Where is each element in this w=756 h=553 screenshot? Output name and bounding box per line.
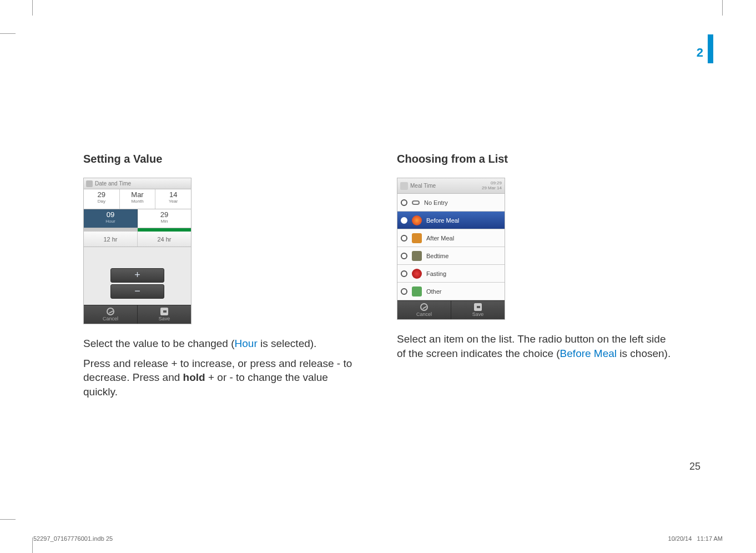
print-time: 11:17 AM [697, 535, 723, 542]
format-12hr[interactable]: 12 hr [84, 232, 138, 247]
crop-mark [32, 537, 33, 553]
heading-choosing-list: Choosing from a List [397, 153, 672, 165]
radio-icon [401, 270, 407, 277]
screenshot-meal-time: Meal Time 09:29 29 Mar 14 No Entry Befor… [397, 178, 505, 320]
minute-cell[interactable]: 29 Min [138, 209, 191, 228]
crop-mark [0, 519, 16, 520]
cancel-label: Cancel [416, 311, 432, 317]
radio-icon [401, 253, 407, 259]
minute-label: Min [138, 219, 191, 224]
list-item-bedtime[interactable]: Bedtime [397, 247, 505, 265]
print-filename: 52297_07167776001.indb 25 [33, 535, 113, 542]
screen-title: Date and Time [95, 180, 131, 187]
radio-icon [401, 199, 407, 206]
heading-setting-value: Setting a Value [83, 153, 358, 165]
save-label: Save [472, 311, 484, 317]
screen-titlebar: Date and Time [84, 178, 191, 189]
content-area: Setting a Value Date and Time 29 Day Mar… [83, 153, 672, 405]
text: is chosen). [617, 348, 671, 359]
day-label: Day [84, 199, 119, 204]
apple-icon [412, 215, 422, 225]
time-row: 09 Hour 29 Min [84, 209, 191, 228]
cancel-label: Cancel [103, 316, 118, 321]
save-icon [160, 308, 168, 315]
save-button[interactable]: Save [451, 301, 505, 319]
left-para-2: Press and release + to increase, or pres… [83, 356, 358, 399]
left-column: Setting a Value Date and Time 29 Day Mar… [83, 153, 358, 405]
right-column: Choosing from a List Meal Time 09:29 29 … [397, 153, 672, 405]
format-24hr[interactable]: 24 hr [138, 232, 191, 247]
year-cell[interactable]: 14 Year [155, 189, 191, 209]
other-icon [412, 286, 422, 296]
month-label: Month [120, 199, 155, 204]
list-item-fasting[interactable]: Fasting [397, 265, 505, 283]
crop-mark [32, 0, 33, 16]
fasting-icon [412, 269, 422, 279]
month-value: Mar [120, 190, 155, 199]
print-datetime: 10/20/14 11:17 AM [668, 535, 723, 542]
crop-mark [0, 33, 16, 34]
item-label: Other [426, 288, 442, 295]
month-cell[interactable]: Mar Month [120, 189, 156, 209]
text: is selected). [258, 338, 317, 349]
page-number: 25 [689, 461, 700, 472]
print-footer: 52297_07167776001.indb 25 10/20/14 11:17… [33, 535, 723, 542]
highlight-before-meal: Before Meal [560, 348, 617, 359]
save-button[interactable]: Save [138, 305, 191, 324]
hour-value: 09 [84, 210, 137, 219]
format-toggle: 12 hr 24 hr [84, 232, 191, 247]
item-label: Bedtime [426, 253, 448, 259]
bedtime-icon [412, 251, 422, 261]
item-label: Fasting [426, 270, 446, 277]
list-item-before-meal[interactable]: Before Meal [397, 212, 505, 229]
bold-hold: hold [183, 371, 205, 383]
chapter-number: 2 [697, 46, 703, 60]
spacer [84, 247, 191, 268]
hour-cell-selected[interactable]: 09 Hour [84, 209, 138, 228]
screen-footer: Cancel Save [397, 300, 505, 319]
chapter-tab [708, 34, 713, 63]
item-label: After Meal [426, 235, 454, 242]
year-value: 14 [155, 190, 191, 199]
crop-mark [722, 0, 723, 16]
decrease-button[interactable]: − [110, 284, 164, 299]
no-entry-icon [412, 200, 420, 205]
save-label: Save [159, 316, 170, 321]
radio-icon-selected [401, 217, 407, 224]
list-item-no-entry[interactable]: No Entry [397, 194, 505, 212]
item-label: No Entry [424, 199, 448, 206]
screenshot-date-time: Date and Time 29 Day Mar Month 14 Year [83, 178, 191, 324]
increase-button[interactable]: + [110, 268, 164, 283]
stepper-buttons: + − [84, 268, 191, 305]
after-meal-icon [412, 233, 422, 243]
item-label: Before Meal [426, 217, 459, 224]
clock-date: 29 Mar 14 [482, 186, 502, 191]
cancel-icon [420, 303, 428, 311]
cancel-button[interactable]: Cancel [397, 301, 451, 319]
day-cell[interactable]: 29 Day [84, 189, 120, 209]
text: Select the value to be changed ( [83, 338, 235, 349]
highlight-hour: Hour [235, 338, 258, 349]
save-icon [474, 303, 482, 311]
screen-title: Meal Time [410, 183, 436, 189]
year-label: Year [155, 199, 191, 204]
right-para-1: Select an item on the list. The radio bu… [397, 332, 672, 360]
print-date: 10/20/14 [668, 535, 692, 542]
cancel-icon [107, 308, 114, 315]
list-item-after-meal[interactable]: After Meal [397, 229, 505, 247]
radio-icon [401, 235, 407, 242]
screen-footer: Cancel Save [84, 305, 191, 324]
list-item-other[interactable]: Other [397, 283, 505, 300]
title-icon [400, 182, 408, 190]
title-icon [86, 180, 93, 187]
clock-readout: 09:29 29 Mar 14 [482, 181, 502, 191]
day-value: 29 [84, 190, 119, 199]
minute-value: 29 [138, 210, 191, 219]
date-row: 29 Day Mar Month 14 Year [84, 189, 191, 209]
cancel-button[interactable]: Cancel [84, 305, 138, 324]
left-para-1: Select the value to be changed (Hour is … [83, 336, 358, 351]
screen-titlebar: Meal Time 09:29 29 Mar 14 [397, 178, 505, 194]
hour-label: Hour [84, 219, 137, 224]
radio-icon [401, 288, 407, 295]
